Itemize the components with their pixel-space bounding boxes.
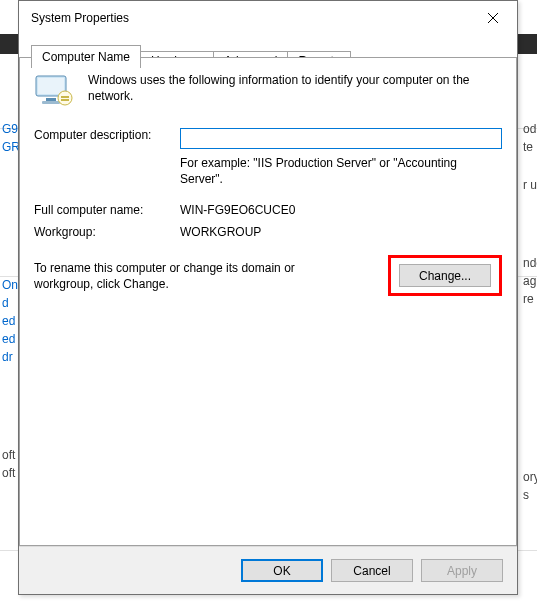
system-properties-dialog: System Properties Computer Name Hardware… [18,0,518,595]
titlebar[interactable]: System Properties [19,1,517,34]
button-label: Change... [419,269,471,283]
svg-rect-4 [46,98,56,101]
computer-icon [34,74,74,110]
description-label: Computer description: [34,126,180,142]
cancel-button[interactable]: Cancel [331,559,413,582]
button-label: OK [273,564,290,578]
button-label: Cancel [353,564,390,578]
computer-description-input[interactable] [180,128,502,149]
description-example: For example: "IIS Production Server" or … [180,155,502,187]
svg-rect-5 [42,101,60,104]
ok-button[interactable]: OK [241,559,323,582]
fullname-value: WIN-FG9EO6CUCE0 [180,201,502,217]
svg-rect-8 [61,99,69,101]
workgroup-label: Workgroup: [34,223,180,239]
close-icon [487,12,499,24]
change-button-highlight: Change... [388,255,502,296]
intro-text: Windows uses the following information t… [88,72,502,110]
workgroup-value: WORKGROUP [180,223,502,239]
background-left-text: G9 GR On d ed ed dr oft oft [0,120,18,561]
svg-rect-3 [38,78,64,94]
change-help-text: To rename this computer or change its do… [34,260,304,292]
svg-rect-7 [61,96,69,98]
background-right-text: od te r u ndo ag re ory s [521,120,537,581]
tab-label: Computer Name [42,50,130,64]
close-button[interactable] [473,4,513,32]
tab-computer-name[interactable]: Computer Name [31,45,141,68]
change-button[interactable]: Change... [399,264,491,287]
apply-button[interactable]: Apply [421,559,503,582]
button-label: Apply [447,564,477,578]
dialog-title: System Properties [31,11,129,25]
tab-panel-computer-name: Windows uses the following information t… [19,57,517,546]
fullname-label: Full computer name: [34,201,180,217]
dialog-footer: OK Cancel Apply [19,546,517,594]
dialog-content: Computer Name Hardware Advanced Remote [19,34,517,546]
